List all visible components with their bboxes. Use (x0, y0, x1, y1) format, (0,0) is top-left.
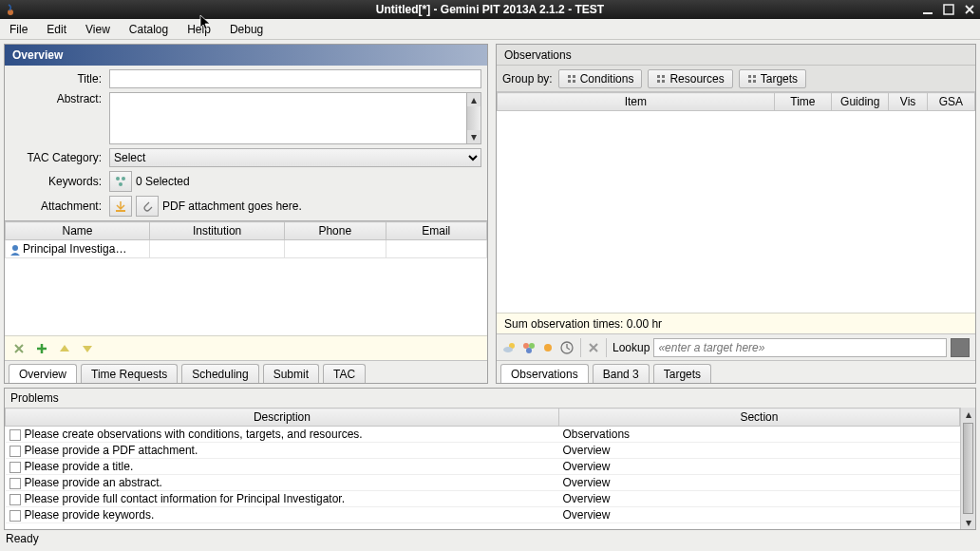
abstract-input[interactable] (109, 92, 467, 144)
lookup-input[interactable] (653, 338, 947, 357)
checkbox-icon[interactable] (9, 510, 21, 522)
svg-point-4 (122, 177, 125, 180)
svg-rect-11 (573, 80, 575, 83)
group-conditions[interactable]: Conditions (558, 69, 643, 88)
minimize-button[interactable] (921, 3, 934, 16)
label-keywords: Keywords: (10, 175, 105, 188)
label-attachment: Attachment: (10, 200, 105, 213)
scroll-up-icon[interactable]: ▴ (961, 408, 975, 421)
tab-overview[interactable]: Overview (9, 364, 77, 384)
tab-band3[interactable]: Band 3 (593, 364, 650, 384)
scroll-thumb[interactable] (963, 423, 973, 514)
resource-icon[interactable] (521, 340, 537, 355)
attach-file-button[interactable] (136, 196, 159, 217)
group-targets[interactable]: Targets (739, 69, 806, 88)
tab-scheduling[interactable]: Scheduling (181, 364, 258, 384)
clock-icon[interactable] (559, 340, 575, 355)
overview-header: Overview (5, 45, 487, 66)
svg-rect-2 (944, 5, 953, 14)
checkbox-icon[interactable] (9, 429, 21, 441)
lookup-go-button[interactable] (951, 338, 970, 357)
scroll-down-icon[interactable]: ▾ (961, 516, 975, 529)
obs-col-vis[interactable]: Vis (889, 93, 927, 111)
overview-panel: Overview Title: Abstract: ▴ ▾ TAC Catego… (4, 44, 488, 384)
svg-rect-1 (923, 12, 933, 14)
menu-view[interactable]: View (82, 21, 114, 38)
group-by-row: Group by: Conditions Resources Targets (497, 66, 975, 92)
col-phone[interactable]: Phone (285, 222, 386, 240)
delete-icon[interactable] (10, 340, 28, 357)
observations-panel: Observations Group by: Conditions Resour… (496, 44, 976, 384)
svg-rect-15 (662, 80, 665, 83)
obs-col-time[interactable]: Time (774, 93, 831, 111)
label-title: Title: (10, 72, 105, 86)
obs-col-gsa[interactable]: GSA (927, 93, 974, 111)
titlebar: Untitled[*] - Gemini PIT 2013A 2.1.2 - T… (0, 0, 980, 19)
menu-edit[interactable]: Edit (43, 21, 70, 38)
svg-rect-6 (116, 210, 125, 212)
problem-row[interactable]: Please provide full contact information … (6, 491, 960, 507)
move-down-icon[interactable] (79, 340, 96, 357)
keywords-button[interactable] (109, 171, 132, 192)
observations-table: Item Time Guiding Vis GSA (497, 92, 975, 313)
tab-submit[interactable]: Submit (263, 364, 319, 384)
group-resources[interactable]: Resources (648, 69, 732, 88)
obs-col-item[interactable]: Item (498, 93, 775, 111)
col-institution[interactable]: Institution (150, 222, 285, 240)
lookup-label: Lookup (612, 341, 650, 354)
svg-rect-8 (568, 75, 571, 78)
maximize-button[interactable] (942, 3, 955, 16)
tac-select[interactable]: Select (109, 148, 481, 167)
svg-rect-13 (662, 75, 665, 78)
problems-scrollbar[interactable]: ▴ ▾ (960, 408, 975, 529)
java-icon (4, 0, 17, 19)
group-by-label: Group by: (502, 72, 553, 86)
problem-row[interactable]: Please create observations with conditio… (6, 427, 960, 443)
observations-header: Observations (497, 45, 975, 66)
svg-point-24 (526, 348, 532, 353)
tab-tac[interactable]: TAC (323, 364, 366, 384)
checkbox-icon[interactable] (9, 446, 21, 457)
table-row[interactable]: Principal Investiga… (6, 240, 487, 258)
investigator-toolbar (5, 335, 487, 360)
obs-col-guiding[interactable]: Guiding (832, 93, 889, 111)
target-sun-icon[interactable] (540, 340, 556, 355)
problem-row[interactable]: Please provide a title.Overview (6, 459, 960, 475)
tab-observations[interactable]: Observations (500, 364, 589, 384)
close-button[interactable] (963, 3, 976, 16)
menu-help[interactable]: Help (183, 21, 215, 38)
title-input[interactable] (109, 69, 481, 88)
menu-debug[interactable]: Debug (226, 21, 267, 38)
weather-icon[interactable] (502, 340, 518, 355)
col-name[interactable]: Name (6, 222, 150, 240)
svg-rect-16 (748, 75, 751, 78)
import-attachment-button[interactable] (109, 196, 132, 217)
problems-panel: Problems Description Section Please crea… (4, 388, 976, 530)
problems-col-section[interactable]: Section (558, 408, 959, 427)
svg-point-0 (8, 10, 13, 15)
tab-time-requests[interactable]: Time Requests (81, 364, 178, 384)
checkbox-icon[interactable] (9, 494, 21, 505)
problem-row[interactable]: Please provide an abstract.Overview (6, 475, 960, 491)
menu-catalog[interactable]: Catalog (125, 21, 172, 38)
problem-row[interactable]: Please provide a PDF attachment.Overview (6, 443, 960, 459)
checkbox-icon[interactable] (9, 478, 21, 489)
tab-targets[interactable]: Targets (653, 364, 711, 384)
menu-file[interactable]: File (6, 21, 31, 38)
svg-point-22 (523, 343, 529, 349)
scroll-up-icon[interactable]: ▴ (467, 93, 481, 106)
delete-obs-icon[interactable] (587, 341, 600, 354)
svg-rect-14 (657, 80, 660, 83)
menubar: File Edit View Catalog Help Debug (0, 19, 980, 40)
checkbox-icon[interactable] (9, 462, 21, 473)
add-icon[interactable] (33, 340, 50, 357)
scroll-down-icon[interactable]: ▾ (467, 130, 481, 143)
sum-observation-times: Sum observation times: 0.00 hr (497, 313, 975, 333)
svg-rect-10 (568, 80, 571, 83)
problems-col-description[interactable]: Description (6, 408, 559, 427)
overview-tabbar: Overview Time Requests Scheduling Submit… (5, 360, 487, 383)
problem-row[interactable]: Please provide keywords.Overview (6, 507, 960, 523)
move-up-icon[interactable] (56, 340, 73, 357)
abstract-scrollbar[interactable]: ▴ ▾ (467, 92, 481, 144)
col-email[interactable]: Email (386, 222, 486, 240)
